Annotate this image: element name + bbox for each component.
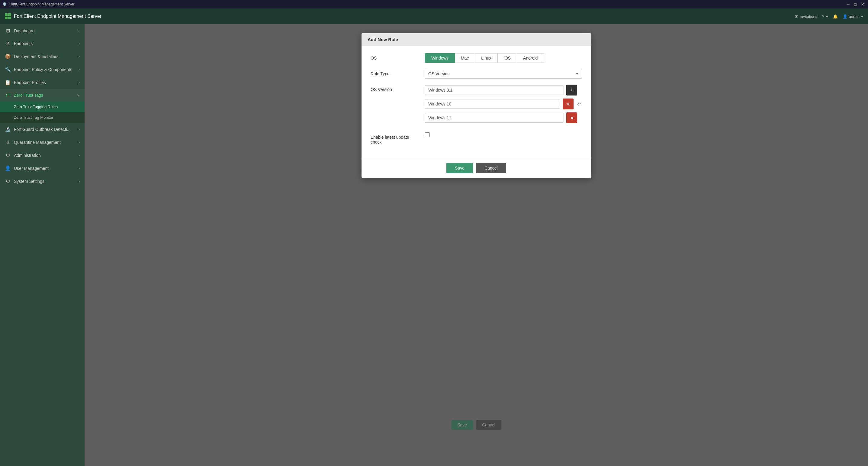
top-nav-left: FortiClient Endpoint Management Server [5, 13, 101, 19]
os-version-input-2[interactable] [425, 113, 564, 123]
sidebar-item-endpoint-policy[interactable]: 🔧 Endpoint Policy & Components › [0, 63, 85, 76]
minimize-button[interactable]: ─ [845, 1, 851, 7]
close-button[interactable]: ✕ [860, 1, 866, 7]
top-nav-right: ✉ Invitations ? ▾ 🔔 👤 admin ▾ [795, 14, 863, 19]
app-title: FortiClient Endpoint Management Server [14, 13, 101, 19]
remove-version-button-1[interactable]: ✕ [563, 98, 574, 109]
title-bar-left: 🛡️ FortiClient Endpoint Management Serve… [2, 2, 74, 6]
sidebar-item-label: Deployment & Installers [14, 54, 59, 59]
admin-menu[interactable]: 👤 admin ▾ [843, 14, 863, 19]
profiles-icon: 📋 [5, 80, 11, 85]
app-favicon: 🛡️ [2, 2, 7, 6]
chevron-right-icon: › [79, 153, 80, 157]
os-tab-ios[interactable]: iOS [497, 53, 517, 63]
modal-header: Add New Rule [362, 33, 591, 46]
policy-icon: 🔧 [5, 66, 11, 72]
chevron-right-icon: › [79, 41, 80, 46]
sidebar-item-label: FortiGuard Outbreak Detecti... [14, 127, 71, 132]
sidebar-item-zero-trust-tags[interactable]: 🏷 Zero Trust Tags ∨ [0, 89, 85, 101]
sidebar-item-endpoint-profiles[interactable]: 📋 Endpoint Profiles › [0, 76, 85, 89]
os-versions-container: Windows 8.1 Windows 7 Windows 10 Windows… [425, 85, 582, 126]
invitations-button[interactable]: ✉ Invitations [795, 14, 817, 19]
add-version-button[interactable]: + [566, 85, 577, 95]
sidebar-item-quarantine[interactable]: ☣ Quarantine Management › [0, 136, 85, 149]
sidebar-item-system-settings[interactable]: ⚙ System Settings › [0, 175, 85, 188]
sidebar-item-label: Endpoint Policy & Components [14, 67, 72, 72]
os-tab-linux[interactable]: Linux [475, 53, 497, 63]
deployment-icon: 📦 [5, 54, 11, 59]
or-label-1: or [576, 102, 582, 106]
chevron-right-icon: › [79, 67, 80, 71]
os-version-field-row: OS Version Windows 8.1 Windows 7 Windows… [371, 85, 582, 126]
chevron-right-icon: › [79, 54, 80, 59]
sidebar-item-label: Endpoints [14, 41, 33, 46]
dashboard-icon: ⊞ [5, 28, 11, 33]
sidebar: ⊞ Dashboard › 🖥 Endpoints › 📦 Deployment… [0, 24, 85, 466]
sidebar-item-label: User Management [14, 166, 49, 171]
chevron-down-icon: ▾ [861, 14, 863, 19]
content-area: Save Cancel Add New Rule OS [85, 24, 868, 466]
chevron-down-icon: ▾ [826, 14, 828, 19]
sidebar-item-deployment[interactable]: 📦 Deployment & Installers › [0, 50, 85, 63]
modal-save-button[interactable]: Save [446, 163, 473, 173]
app-grid-icon [5, 13, 11, 19]
title-bar-text: FortiClient Endpoint Management Server [9, 2, 74, 6]
settings-icon: ⚙ [5, 178, 11, 184]
os-field-row: OS Windows Mac Linux iOS Android [371, 53, 582, 63]
notifications-button[interactable]: 🔔 [833, 14, 838, 19]
os-version-select[interactable]: Windows 8.1 Windows 7 Windows 10 Windows… [425, 85, 564, 95]
os-label: OS [371, 53, 419, 60]
os-tab-android[interactable]: Android [517, 53, 544, 63]
modal-body: OS Windows Mac Linux iOS Android [362, 46, 591, 158]
mail-icon: ✉ [795, 14, 798, 19]
chevron-right-icon: › [79, 166, 80, 170]
help-button[interactable]: ? ▾ [822, 14, 828, 19]
fortiguard-icon: 🔬 [5, 126, 11, 132]
maximize-button[interactable]: □ [852, 1, 858, 7]
title-bar-controls: ─ □ ✕ [845, 1, 866, 7]
remove-version-button-2[interactable]: ✕ [566, 112, 577, 123]
modal-cancel-button[interactable]: Cancel [476, 163, 506, 173]
user-icon: 👤 [843, 14, 847, 19]
sidebar-item-user-management[interactable]: 👤 User Management › [0, 162, 85, 175]
sidebar-item-tagging-rules[interactable]: Zero Trust Tagging Rules [0, 101, 85, 112]
os-tabs-container: Windows Mac Linux iOS Android [425, 53, 582, 63]
times-icon: ✕ [570, 115, 574, 121]
rule-type-control: OS Version [425, 69, 582, 79]
modal-footer: Save Cancel [362, 158, 591, 178]
rule-type-select[interactable]: OS Version [425, 69, 582, 79]
chevron-right-icon: › [79, 80, 80, 85]
quarantine-icon: ☣ [5, 139, 11, 145]
os-version-input-1[interactable] [425, 99, 560, 109]
enable-update-label: Enable latest update check [371, 133, 419, 144]
sidebar-item-dashboard[interactable]: ⊞ Dashboard › [0, 24, 85, 37]
os-tab-windows[interactable]: Windows [425, 53, 455, 63]
os-tabs: Windows Mac Linux iOS Android [425, 53, 582, 63]
rule-type-label: Rule Type [371, 69, 419, 76]
os-version-label: OS Version [371, 85, 419, 92]
chevron-right-icon: › [79, 127, 80, 132]
os-version-row-1: ✕ or [425, 98, 582, 109]
chevron-right-icon: › [79, 140, 80, 144]
sidebar-item-tag-monitor[interactable]: Zero Trust Tag Monitor [0, 112, 85, 123]
sidebar-item-endpoints[interactable]: 🖥 Endpoints › [0, 37, 85, 50]
os-tab-mac[interactable]: Mac [455, 53, 475, 63]
enable-update-field-row: Enable latest update check [371, 133, 582, 144]
sidebar-item-label: Dashboard [14, 28, 35, 33]
administration-icon: ⚙ [5, 152, 11, 158]
sidebar-item-administration[interactable]: ⚙ Administration › [0, 149, 85, 162]
endpoints-icon: 🖥 [5, 41, 11, 46]
enable-update-checkbox[interactable] [425, 133, 430, 137]
os-version-row-2: ✕ [425, 112, 582, 123]
main-layout: ⊞ Dashboard › 🖥 Endpoints › 📦 Deployment… [0, 24, 868, 466]
sidebar-item-fortiguard[interactable]: 🔬 FortiGuard Outbreak Detecti... › [0, 123, 85, 136]
sidebar-item-label: Zero Trust Tags [14, 93, 43, 97]
zero-trust-icon: 🏷 [5, 92, 11, 98]
chevron-right-icon: › [79, 29, 80, 33]
add-new-rule-modal: Add New Rule OS Windows Mac Linux [362, 33, 591, 178]
zero-trust-submenu: Zero Trust Tagging Rules Zero Trust Tag … [0, 101, 85, 123]
top-nav: FortiClient Endpoint Management Server ✉… [0, 8, 868, 24]
chevron-right-icon: › [79, 179, 80, 183]
bell-icon: 🔔 [833, 14, 838, 19]
os-version-primary-row: Windows 8.1 Windows 7 Windows 10 Windows… [425, 85, 582, 95]
